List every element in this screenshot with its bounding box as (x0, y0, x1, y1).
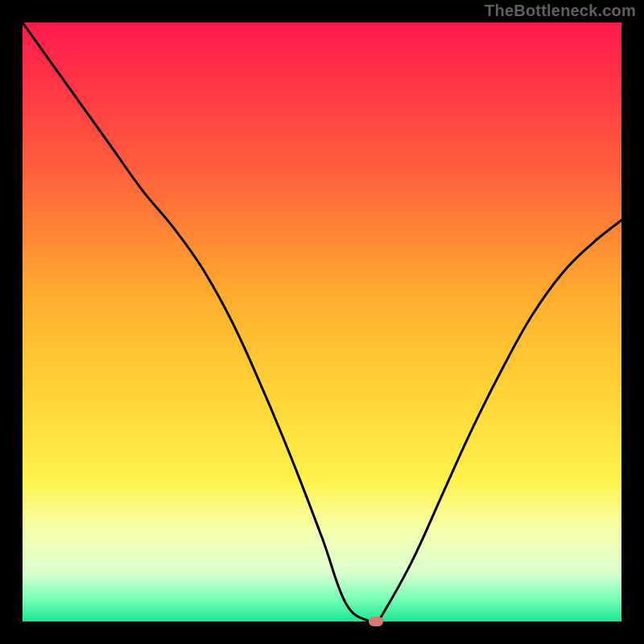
optimal-point-marker (369, 617, 383, 626)
watermark-text: TheBottleneck.com (485, 2, 636, 20)
chart-container: TheBottleneck.com (0, 0, 644, 644)
plot-area (23, 23, 621, 621)
